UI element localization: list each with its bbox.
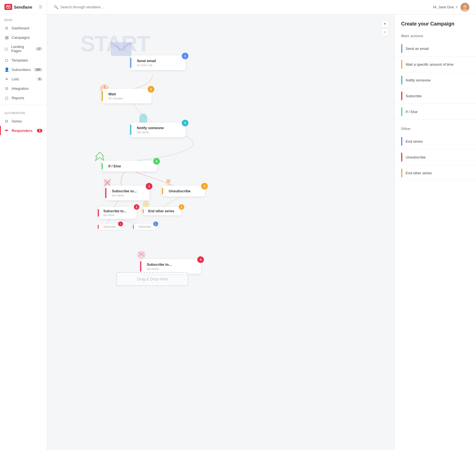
panel-action-subscribe[interactable]: Subscribe <box>395 88 476 104</box>
zoom-out-button[interactable]: − <box>381 28 389 36</box>
node-badge: 3 <box>182 120 188 126</box>
panel-action-wait[interactable]: Wait a specific amount of time <box>395 57 476 72</box>
dashboard-icon: ⊙ <box>4 26 9 30</box>
content-area: + − <box>47 14 476 450</box>
sidebar-item-campaigns[interactable]: ▤ Campaigns <box>0 33 47 42</box>
node-title: Wait <box>108 92 147 96</box>
node-title: Subscribe to... <box>112 189 145 193</box>
action-label: Wait a specific amount of time <box>406 62 454 67</box>
action-color-bar <box>401 153 402 162</box>
sidebar-item-label: Series <box>12 119 22 123</box>
sidebar-item-subscribers[interactable]: 👤 Subscribers 285 <box>0 65 47 74</box>
menu-toggle[interactable]: ☰ <box>39 5 42 9</box>
node-bar <box>130 58 131 68</box>
node-bar <box>98 209 99 217</box>
avatar <box>460 3 469 12</box>
node-title: If / Else <box>108 164 153 168</box>
ghost-node-1: Subscribe... 1 <box>98 224 121 230</box>
node-badge: 1 <box>182 53 188 59</box>
search-bar: 🔍 <box>54 5 433 9</box>
node-bar <box>140 261 141 272</box>
drag-drop-zone[interactable]: Drag & Drop Here <box>116 272 188 286</box>
node-title: Subscribe to... <box>103 209 133 213</box>
node-subtitle: list name <box>103 214 133 217</box>
action-label: If / Else <box>406 110 418 114</box>
sidebar-item-label: Lists <box>12 77 19 81</box>
sidebar-item-landing-pages[interactable]: ◻ Landing Pages 17 <box>0 42 47 55</box>
sidebar-item-label: Subscribers <box>12 68 31 72</box>
panel-action-unsubscribe[interactable]: Unsubscribe <box>395 149 476 165</box>
logo: Sendlane <box>4 4 32 10</box>
responders-icon: ✏ <box>4 128 9 133</box>
node-badge: 2 <box>201 183 208 190</box>
flow-node-subscribe-2[interactable]: Subscribe to... list name 1 <box>98 207 137 219</box>
sidebar: Sendlane ☰ MAIN ⊙ Dashboard ▤ Campaigns … <box>0 0 47 450</box>
sidebar-item-reports[interactable]: ◻ Reports <box>0 93 47 103</box>
node-subtitle: 20 minutes <box>108 97 147 100</box>
topbar-right: Hi, Jane Doe. ▾ <box>433 3 469 12</box>
panel-action-send-email[interactable]: Send an email <box>395 41 476 57</box>
ghost-node-2: Subscribe... 1 <box>133 224 156 230</box>
flow-node-subscribe-4[interactable]: Subscribe to... list name 4 <box>140 259 201 274</box>
subscribers-icon: 👤 <box>4 67 9 72</box>
main-actions-label: Main actions <box>395 32 476 41</box>
integration-icon: ⊙ <box>4 86 9 91</box>
subscribers-badge: 285 <box>34 68 42 71</box>
zoom-in-button[interactable]: + <box>381 20 389 28</box>
action-color-bar <box>401 168 402 177</box>
node-title: Unsubscribe <box>169 189 201 193</box>
action-label: Subscribe <box>406 94 422 98</box>
lists-badge: 6 <box>37 77 42 81</box>
flow-node-subscribe-1[interactable]: Subscribe to... list name 1 <box>105 186 150 200</box>
node-subtitle: list name <box>137 131 181 134</box>
other-label: Other <box>395 125 476 134</box>
node-title: Send email <box>137 59 181 63</box>
right-panel: Create your Campaign Main actions Send a… <box>394 14 476 450</box>
responders-badge: 5 <box>37 129 42 132</box>
node-bar <box>130 125 131 135</box>
node-badge: 1 <box>134 204 139 210</box>
topbar: 🔍 Hi, Jane Doe. ▾ <box>47 0 476 14</box>
sidebar-item-integration[interactable]: ⊙ Integration <box>0 84 47 93</box>
main-area: 🔍 Hi, Jane Doe. ▾ + − <box>47 0 476 450</box>
sidebar-item-label: Dashboard <box>12 26 29 30</box>
campaigns-icon: ▤ <box>4 35 9 40</box>
sidebar-divider <box>0 105 47 105</box>
flow-canvas[interactable]: + − <box>47 14 394 450</box>
node-bar <box>102 91 103 101</box>
sidebar-item-series[interactable]: ⊙ Series <box>0 116 47 126</box>
action-color-bar <box>401 44 402 53</box>
panel-action-notify[interactable]: Notify someone <box>395 72 476 88</box>
sidebar-item-responders[interactable]: ✏ Responders 5 <box>0 126 47 135</box>
sidebar-item-label: Campaigns <box>12 35 30 40</box>
sidebar-item-label: Templates <box>12 58 28 62</box>
node-badge: 1 <box>179 204 184 210</box>
flow-node-unsubscribe[interactable]: Unsubscribe 2 <box>162 186 205 196</box>
automation-section-label: AUTOMATION <box>0 107 47 116</box>
sidebar-item-templates[interactable]: ◻ Templates <box>0 55 47 65</box>
flow-connectors <box>47 14 394 450</box>
panel-action-end-other-series[interactable]: End other series <box>395 165 476 181</box>
ghost-bar <box>98 225 99 229</box>
sidebar-item-lists[interactable]: ≡ Lists 6 <box>0 74 47 84</box>
flow-node-if-else[interactable]: If / Else 4 <box>102 161 157 172</box>
action-label: End series <box>406 139 423 144</box>
flow-node-send-email[interactable]: Send email to User List 1 <box>130 55 186 70</box>
lists-icon: ≡ <box>4 77 9 81</box>
node-badge: 2 <box>148 86 154 93</box>
panel-action-end-series[interactable]: End series <box>395 134 476 149</box>
node-badge: 4 <box>197 256 204 263</box>
sidebar-item-dashboard[interactable]: ⊙ Dashboard <box>0 23 47 33</box>
logo-icon <box>4 4 12 10</box>
search-icon: 🔍 <box>54 5 58 9</box>
panel-title: Create your Campaign <box>395 21 476 32</box>
panel-action-if-else[interactable]: If / Else <box>395 104 476 120</box>
canvas-controls: + − <box>381 20 389 36</box>
action-label: Notify someone <box>406 78 431 82</box>
sidebar-item-label: Responders <box>12 129 32 133</box>
start-envelope <box>109 39 133 58</box>
flow-node-end-other-series[interactable]: End other series 1 <box>143 207 181 215</box>
flow-node-wait[interactable]: Wait 20 minutes 2 <box>102 89 152 103</box>
search-input[interactable] <box>60 5 121 9</box>
flow-node-notify[interactable]: Notify someone list name 3 <box>130 122 186 137</box>
